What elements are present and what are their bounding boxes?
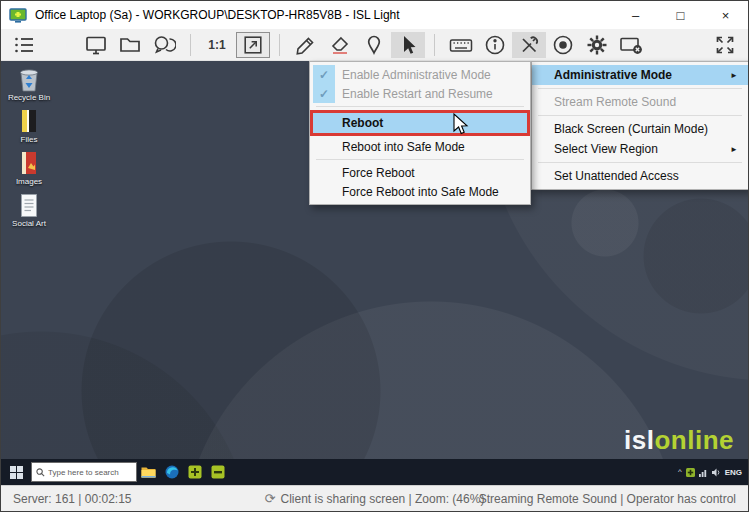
tray-language-indicator[interactable]: ENG xyxy=(725,468,742,477)
menu-item-label: Reboot into Safe Mode xyxy=(342,140,465,154)
chat-icon xyxy=(152,33,176,57)
desktop-icon-label: Files xyxy=(21,135,38,144)
end-session-button[interactable] xyxy=(614,32,648,58)
info-icon xyxy=(483,33,507,57)
pencil-icon xyxy=(294,33,318,57)
session-info-button[interactable] xyxy=(478,32,512,58)
menu-item-label: Force Reboot xyxy=(342,166,415,180)
menu-item-label: Reboot xyxy=(342,116,383,130)
menu-item-set-unattended-access[interactable]: Set Unattended Access xyxy=(532,166,748,186)
menu-item-stream-remote-sound: Stream Remote Sound xyxy=(532,92,748,112)
desktop-icon-label: Social Art xyxy=(12,219,46,228)
isl-alwayson-taskbar-icon xyxy=(211,465,225,479)
settings-button[interactable] xyxy=(580,32,614,58)
tools-button[interactable] xyxy=(512,32,546,58)
menu-list-icon xyxy=(12,33,36,57)
erase-button[interactable] xyxy=(323,32,357,58)
desktop-icon-label: Images xyxy=(16,177,42,186)
desktop-icons: Recycle Bin Files Images xyxy=(5,66,53,234)
cursor-arrow-icon xyxy=(396,33,420,57)
menu-separator xyxy=(538,88,742,89)
fullscreen-expand-icon xyxy=(713,33,737,57)
tray-isl-icon[interactable] xyxy=(686,468,695,477)
taskbar-edge-browser[interactable] xyxy=(160,459,183,485)
desktop-icon-files[interactable]: Files xyxy=(5,108,53,144)
islonline-watermark: islonline xyxy=(624,427,734,453)
images-folder-icon xyxy=(18,150,40,176)
taskbar-isl-alwayson[interactable] xyxy=(206,459,229,485)
record-button[interactable] xyxy=(546,32,580,58)
file-transfer-button[interactable] xyxy=(113,32,147,58)
folder-icon xyxy=(118,33,142,57)
status-center: ⟳ Client is sharing screen | Zoom: (46%) xyxy=(265,491,485,506)
taskbar-search-input[interactable]: Type here to search xyxy=(31,462,137,482)
eraser-icon xyxy=(328,33,352,57)
desktop-icon-images[interactable]: Images xyxy=(5,150,53,186)
mouse-cursor-icon xyxy=(453,113,470,136)
tray-speaker-icon[interactable] xyxy=(712,468,721,477)
submenu-arrow-icon: ► xyxy=(730,71,738,80)
session-menu-button[interactable] xyxy=(7,32,41,58)
menu-item-enable-restart-and-resume: ✓ Enable Restart and Resume xyxy=(310,84,530,103)
title-bar: Office Laptop (Sa) - WORKGROUP\DESKTOP-H… xyxy=(1,1,748,29)
pointer-marker-button[interactable] xyxy=(357,32,391,58)
menu-item-reboot-into-safe-mode[interactable]: Reboot into Safe Mode xyxy=(310,137,530,156)
menu-separator xyxy=(316,159,524,160)
menu-item-label: Enable Administrative Mode xyxy=(342,68,491,82)
system-tray: ^ ENG xyxy=(678,468,748,477)
keyboard-icon xyxy=(448,33,474,57)
taskbar-isl-light[interactable] xyxy=(183,459,206,485)
status-sound-control: Streaming Remote Sound | Operator has co… xyxy=(479,492,736,506)
isl-light-taskbar-icon xyxy=(188,465,202,479)
close-button[interactable]: × xyxy=(703,1,748,29)
tray-chevron-up-icon[interactable]: ^ xyxy=(678,468,682,476)
menu-item-force-reboot[interactable]: Force Reboot xyxy=(310,163,530,182)
menu-separator xyxy=(538,162,742,163)
menu-item-label: Administrative Mode xyxy=(554,68,672,82)
menu-item-force-reboot-into-safe-mode[interactable]: Force Reboot into Safe Mode xyxy=(310,182,530,201)
maximize-button[interactable]: □ xyxy=(658,1,703,29)
desktop-icon-recycle-bin[interactable]: Recycle Bin xyxy=(5,66,53,102)
fullscreen-button[interactable] xyxy=(708,32,742,58)
watermark-isl: isl xyxy=(624,425,654,455)
menu-item-label: Set Unattended Access xyxy=(554,169,679,183)
start-button[interactable] xyxy=(1,459,31,485)
desktop-view-button[interactable] xyxy=(79,32,113,58)
checkmark-icon: ✓ xyxy=(313,65,335,84)
status-sharing-zoom: Client is sharing screen | Zoom: (46%) xyxy=(281,492,485,506)
record-icon xyxy=(551,33,575,57)
menu-item-administrative-mode[interactable]: Administrative Mode ► xyxy=(532,65,748,85)
status-server-timer: Server: 161 | 00:02:15 xyxy=(13,492,132,506)
menu-item-enable-administrative-mode: ✓ Enable Administrative Mode xyxy=(310,65,530,84)
tray-network-icon[interactable] xyxy=(699,468,708,477)
document-icon xyxy=(19,193,39,218)
search-icon xyxy=(36,468,45,477)
fit-screen-button[interactable] xyxy=(236,32,270,58)
status-bar: Server: 161 | 00:02:15 ⟳ Client is shari… xyxy=(1,485,748,511)
menu-item-select-view-region[interactable]: Select View Region ► xyxy=(532,139,748,159)
disconnect-desktop-icon xyxy=(618,33,644,57)
desktop-icon-label: Recycle Bin xyxy=(8,93,50,102)
edge-browser-icon xyxy=(165,465,179,479)
submenu-arrow-icon: ► xyxy=(730,145,738,154)
recycle-bin-icon xyxy=(18,66,40,92)
menu-item-label: Enable Restart and Resume xyxy=(342,87,493,101)
menu-item-label: Select View Region xyxy=(554,142,658,156)
desktop-icon-social-art[interactable]: Social Art xyxy=(5,192,53,228)
menu-item-black-screen[interactable]: Black Screen (Curtain Mode) xyxy=(532,119,748,139)
remote-taskbar: Type here to search xyxy=(1,459,748,485)
keyboard-button[interactable] xyxy=(444,32,478,58)
menu-item-label: Black Screen (Curtain Mode) xyxy=(554,122,708,136)
tools-icon xyxy=(517,33,541,57)
search-placeholder: Type here to search xyxy=(48,468,119,477)
menu-item-reboot[interactable]: Reboot xyxy=(310,110,530,136)
menu-item-label: Stream Remote Sound xyxy=(554,95,676,109)
cursor-control-button[interactable] xyxy=(391,32,425,58)
taskbar-file-explorer[interactable] xyxy=(137,459,160,485)
minimize-button[interactable]: – xyxy=(613,1,658,29)
zoom-1-1-button[interactable]: 1:1 xyxy=(200,32,234,58)
chat-button[interactable] xyxy=(147,32,181,58)
refresh-icon: ⟳ xyxy=(265,491,276,506)
draw-button[interactable] xyxy=(289,32,323,58)
administrative-mode-submenu: ✓ Enable Administrative Mode ✓ Enable Re… xyxy=(309,61,531,205)
